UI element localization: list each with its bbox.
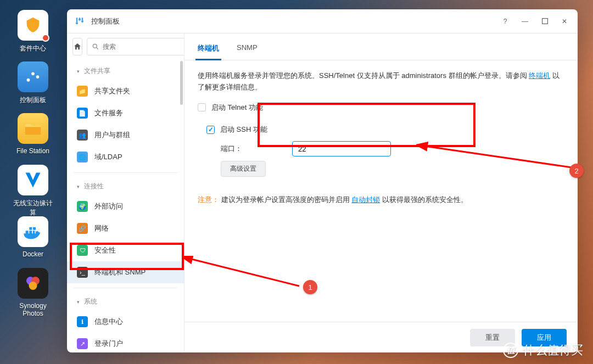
telnet-label: 启动 Telnet 功能 <box>211 102 263 114</box>
group-file-sharing[interactable]: ▾ 文件共享 <box>67 62 184 80</box>
users-icon: 👥 <box>77 130 88 141</box>
group-connectivity[interactable]: ▾ 连接性 <box>67 177 184 195</box>
watermark: 值 什么值得买 <box>503 342 583 359</box>
ssh-checkbox-row: 启动 SSH 功能 <box>206 124 556 136</box>
minimize-button[interactable]: — <box>518 15 532 28</box>
svg-point-1 <box>31 72 35 76</box>
tab-terminal[interactable]: 终端机 <box>195 39 221 60</box>
tabs: 终端机 SNMP <box>184 33 578 60</box>
sidebar-item-network[interactable]: 🔗 网络 <box>67 217 184 239</box>
ssh-label: 启动 SSH 功能 <box>220 124 267 136</box>
desktop-icon-label: 无线宝边缘计算 <box>11 199 55 217</box>
shield-icon: 🛡 <box>77 245 88 256</box>
sidebar-item-terminal-snmp[interactable]: ›_ 终端机和 SNMP <box>67 261 184 283</box>
search-input[interactable] <box>103 43 184 51</box>
telnet-checkbox-row: 启动 Telnet 功能 <box>198 102 564 114</box>
network-icon: 🔗 <box>77 223 88 234</box>
svg-point-5 <box>29 282 37 290</box>
globe-icon: 🌍 <box>77 201 88 212</box>
chevron-down-icon: ▾ <box>77 184 80 189</box>
titlebar: 控制面板 ? — ✕ <box>67 9 578 33</box>
folder-icon <box>24 120 42 137</box>
desktop-icon-filestation[interactable]: File Station <box>11 113 55 155</box>
svg-point-7 <box>79 18 81 20</box>
advanced-settings-button[interactable]: 高级设置 <box>221 161 266 177</box>
chevron-down-icon: ▾ <box>77 69 80 74</box>
sidebar-item-domain-ldap[interactable]: 🌐 域/LDAP <box>67 146 184 168</box>
info-icon: ℹ <box>77 316 88 327</box>
divider <box>74 288 177 288</box>
desktop-icon-label: Synology Photos <box>11 302 55 317</box>
terminal-icon: ›_ <box>77 267 88 278</box>
control-panel-window: 控制面板 ? — ✕ ▾ 文件共享 <box>67 9 578 352</box>
ssh-checkbox[interactable] <box>206 126 215 134</box>
sidebar-item-external-access[interactable]: 🌍 外部访问 <box>67 195 184 217</box>
sliders-icon <box>24 68 42 86</box>
desktop-icon-photos[interactable]: Synology Photos <box>11 268 55 317</box>
sidebar: ▾ 文件共享 📁 共享文件夹 📄 文件服务 👥 用户与群组 🌐 域/ <box>67 33 184 352</box>
desktop-icon-label: File Station <box>16 147 49 155</box>
sidebar-item-file-services[interactable]: 📄 文件服务 <box>67 102 184 124</box>
home-icon <box>73 42 82 51</box>
description: 使用终端机服务登录并管理您的系统。SSH/Telnet 仅支持从属于 admin… <box>198 70 564 93</box>
svg-rect-9 <box>542 19 547 24</box>
desktop-icon-edge[interactable]: 无线宝边缘计算 <box>11 165 55 217</box>
package-icon <box>24 16 42 35</box>
search-icon <box>92 43 99 51</box>
svg-point-10 <box>93 44 97 48</box>
svg-point-2 <box>36 75 40 79</box>
folder-icon: 📁 <box>77 86 88 97</box>
help-button[interactable]: ? <box>499 15 512 28</box>
tab-snmp[interactable]: SNMP <box>234 39 260 60</box>
home-button[interactable] <box>72 38 82 55</box>
close-button[interactable]: ✕ <box>558 15 571 28</box>
svg-point-8 <box>81 20 83 22</box>
desktop-icon-controlpanel[interactable]: 控制面板 <box>11 61 55 105</box>
desktop-icon-label: Docker <box>23 250 43 258</box>
chevron-down-icon: ▾ <box>77 299 80 305</box>
svg-point-6 <box>76 22 78 24</box>
sidebar-item-security[interactable]: 🛡 安全性 <box>67 239 184 261</box>
desktop-icon-label: 套件中心 <box>20 44 46 53</box>
watermark-icon: 值 <box>503 343 518 358</box>
desktop-icon-packages[interactable]: 套件中心 <box>11 10 55 53</box>
sidebar-item-shared-folder[interactable]: 📁 共享文件夹 <box>67 80 184 102</box>
photos-icon <box>23 273 43 293</box>
sidebar-item-users-groups[interactable]: 👥 用户与群组 <box>67 124 184 146</box>
sidebar-item-login-portal[interactable]: ↗ 登录门户 <box>67 333 184 352</box>
desktop-icon-docker[interactable]: Docker <box>11 216 55 258</box>
desktop-icon-label: 控制面板 <box>20 96 46 105</box>
svg-point-0 <box>27 79 30 82</box>
security-note: 注意： 建议为登录帐户设置高强度的密码并启用 自动封锁 以获得最强的系统安全性。 <box>198 194 564 206</box>
shield-v-icon <box>23 170 43 190</box>
domain-icon: 🌐 <box>77 152 88 163</box>
maximize-button[interactable] <box>538 15 551 28</box>
docker-icon <box>22 223 44 240</box>
main-panel: 终端机 SNMP 使用终端机服务登录并管理您的系统。SSH/Telnet 仅支持… <box>184 33 578 352</box>
file-icon: 📄 <box>77 108 88 119</box>
scrollbar[interactable] <box>180 61 183 105</box>
link-auto-block[interactable]: 自动封锁 <box>351 195 380 204</box>
link-terminal-help[interactable]: 终端机 <box>529 71 550 80</box>
divider <box>74 172 177 173</box>
search-box[interactable] <box>87 38 184 55</box>
portal-icon: ↗ <box>77 338 88 349</box>
port-label: 端口： <box>221 143 292 155</box>
group-system[interactable]: ▾ 系统 <box>67 293 184 311</box>
port-input[interactable] <box>292 141 391 156</box>
window-title: 控制面板 <box>91 16 499 26</box>
telnet-checkbox[interactable] <box>198 103 206 111</box>
watermark-text: 什么值得买 <box>523 342 583 359</box>
app-icon <box>74 15 86 27</box>
sidebar-item-info-center[interactable]: ℹ 信息中心 <box>67 311 184 333</box>
